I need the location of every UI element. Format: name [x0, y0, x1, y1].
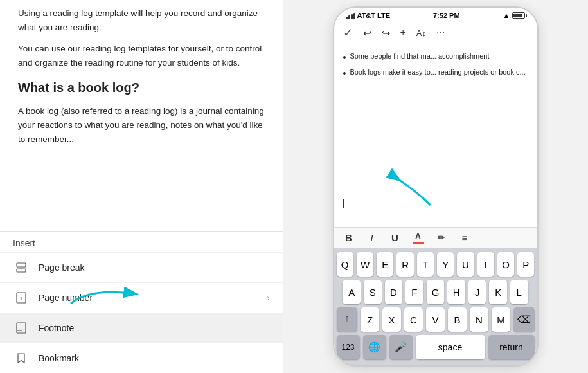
shift-key[interactable]: ⇧ [337, 307, 358, 332]
underline-button[interactable]: U [389, 232, 401, 243]
battery-icon [512, 12, 525, 19]
insert-item-page-break[interactable]: Page break [0, 252, 283, 282]
list-button[interactable]: ≡ [459, 233, 470, 243]
text-color-button[interactable]: A [413, 232, 424, 244]
signal-bar-3 [351, 14, 353, 19]
wifi-icon: ▲ [503, 12, 510, 19]
bullet-text-1: Some people find that ma... accomplishme… [350, 51, 489, 62]
footnote-label: Footnote [39, 323, 270, 333]
bookmark-label: Bookmark [39, 353, 270, 363]
key-y[interactable]: Y [437, 252, 454, 277]
key-a[interactable]: A [343, 280, 361, 304]
key-j[interactable]: J [468, 280, 486, 304]
bookmark-icon [13, 350, 30, 367]
key-b[interactable]: B [448, 307, 467, 332]
key-z[interactable]: Z [361, 307, 379, 332]
redo-button[interactable]: ↪ [382, 27, 390, 39]
doc-toolbar: ✓ ↩ ↪ + A↕ ··· Ai [334, 22, 537, 44]
annotation-arrow-right [379, 160, 437, 214]
network-type: LTE [377, 12, 390, 19]
svg-rect-5 [17, 323, 26, 333]
svg-rect-1 [17, 269, 26, 272]
key-u[interactable]: U [457, 252, 474, 277]
bullet-item-1: Some people find that ma... accomplishme… [343, 51, 528, 64]
carrier-name: AT&T [357, 12, 376, 19]
key-m[interactable]: M [492, 307, 510, 332]
signal-bar-2 [348, 15, 350, 19]
backspace-key[interactable]: ⌫ [513, 307, 535, 332]
left-panel: Using a reading log template will help y… [0, 0, 283, 373]
key-d[interactable]: D [385, 280, 403, 304]
status-bar: AT&T LTE 7:52 PM ▲ [334, 8, 537, 22]
key-t[interactable]: T [417, 252, 434, 277]
signal-bar-4 [353, 13, 355, 19]
mic-key[interactable]: 🎤 [389, 335, 413, 359]
page-number-label: Page number [39, 293, 267, 303]
underline-word: organize [224, 8, 258, 18]
insert-item-page-number[interactable]: 1 Page number › [0, 282, 283, 313]
key-q[interactable]: Q [337, 252, 353, 277]
key-l[interactable]: L [510, 280, 528, 304]
left-content: Using a reading log template will help y… [0, 0, 283, 146]
key-k[interactable]: K [489, 280, 507, 304]
paragraph-1: Using a reading log template will help y… [18, 6, 265, 34]
status-time: 7:52 PM [433, 12, 460, 19]
key-e[interactable]: E [377, 252, 393, 277]
key-f[interactable]: F [405, 280, 423, 304]
battery-fill [513, 14, 522, 17]
undo-button[interactable]: ↩ [363, 27, 371, 39]
key-w[interactable]: W [357, 252, 373, 277]
key-g[interactable]: G [427, 280, 445, 304]
signal-icon [346, 12, 355, 19]
format-toolbar: B I U A ✏ ≡ [334, 227, 537, 248]
status-carrier: AT&T LTE [346, 12, 390, 19]
key-i[interactable]: I [477, 252, 494, 277]
keyboard-row-1: Q W E R T Y U I O P [337, 252, 535, 277]
status-indicators: ▲ [503, 12, 526, 19]
text-cursor [343, 199, 344, 208]
insert-item-footnote[interactable]: Footnote [0, 313, 283, 343]
signal-bar-1 [346, 17, 348, 19]
italic-button[interactable]: I [366, 232, 378, 243]
globe-key[interactable]: 🌐 [363, 335, 386, 359]
add-button[interactable]: + [400, 27, 406, 39]
key-n[interactable]: N [470, 307, 488, 332]
key-v[interactable]: V [426, 307, 445, 332]
key-r[interactable]: R [396, 252, 413, 277]
chevron-right-icon: › [267, 293, 270, 303]
footnote-icon [13, 320, 30, 336]
doc-content: Some people find that ma... accomplishme… [334, 44, 537, 227]
insert-item-bookmark[interactable]: Bookmark [0, 343, 283, 373]
highlight-button[interactable]: ✏ [436, 233, 447, 242]
key-c[interactable]: C [404, 307, 423, 332]
key-h[interactable]: H [447, 280, 465, 304]
svg-rect-0 [17, 263, 26, 267]
key-o[interactable]: O [497, 252, 514, 277]
numbers-key[interactable]: 123 [337, 335, 360, 359]
bullet-item-2: Book logs make it easy to... reading pro… [343, 67, 528, 80]
paragraph-2: You can use our reading log templates fo… [18, 42, 265, 69]
key-x[interactable]: X [382, 307, 401, 332]
return-key[interactable]: return [488, 335, 535, 359]
bold-button[interactable]: B [343, 232, 355, 243]
space-key[interactable]: space [416, 335, 485, 359]
svg-text:1: 1 [20, 296, 23, 302]
more-button[interactable]: ··· [436, 27, 445, 39]
checkmark-button[interactable]: ✓ [343, 26, 353, 40]
page-break-label: Page break [39, 262, 270, 273]
section-heading: What is a book log? [18, 77, 265, 98]
key-p[interactable]: P [517, 252, 534, 277]
page-number-icon: 1 [13, 289, 30, 306]
bullet-text-2: Book logs make it easy to... reading pro… [350, 67, 525, 78]
keyboard-row-3: ⇧ Z X C V B N M ⌫ [337, 307, 535, 332]
right-panel: AT&T LTE 7:52 PM ▲ ✓ ↩ ↪ + A↕ ··· Ai [283, 0, 588, 373]
keyboard: Q W E R T Y U I O P A S D F G H J K [334, 248, 537, 365]
insert-menu: Insert Page break 1 Page number › [0, 231, 283, 373]
phone-frame: AT&T LTE 7:52 PM ▲ ✓ ↩ ↪ + A↕ ··· Ai [333, 6, 539, 367]
format-button[interactable]: A↕ [416, 28, 426, 38]
page-break-icon [13, 259, 30, 276]
insert-title: Insert [0, 232, 283, 252]
paragraph-3: A book log (also referred to a reading l… [18, 104, 265, 146]
key-s[interactable]: S [364, 280, 382, 304]
keyboard-row-4: 123 🌐 🎤 space return [337, 335, 535, 359]
